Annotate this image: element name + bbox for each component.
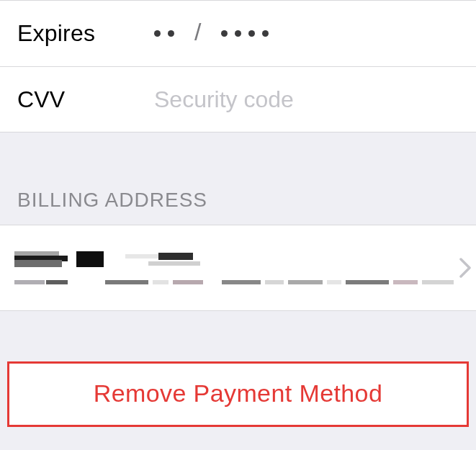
- expires-row: Expires /: [0, 0, 476, 66]
- expires-label: Expires: [17, 20, 154, 47]
- remove-payment-method-button[interactable]: Remove Payment Method: [7, 361, 469, 427]
- expires-month-dots: [154, 30, 174, 37]
- spacer: [0, 311, 476, 361]
- payment-method-edit-screen: { "card_form": { "expires_label": "Expir…: [0, 0, 476, 449]
- cvv-label: CVV: [17, 86, 154, 113]
- address-redacted-line-1: [14, 251, 454, 267]
- billing-address-section-header: BILLING ADDRESS: [0, 132, 476, 225]
- billing-address-value: [14, 247, 454, 289]
- date-separator-slash: /: [194, 18, 201, 46]
- remove-button-container: Remove Payment Method: [0, 361, 476, 427]
- expires-year-dots: [221, 30, 269, 37]
- address-redacted-line-2: [14, 280, 454, 284]
- card-details-group: Expires / CVV: [0, 0, 476, 132]
- chevron-right-icon: [459, 258, 471, 278]
- cvv-input[interactable]: [154, 86, 459, 113]
- billing-address-row[interactable]: [0, 225, 476, 311]
- cvv-row: CVV: [0, 66, 476, 132]
- expires-input[interactable]: /: [154, 19, 459, 48]
